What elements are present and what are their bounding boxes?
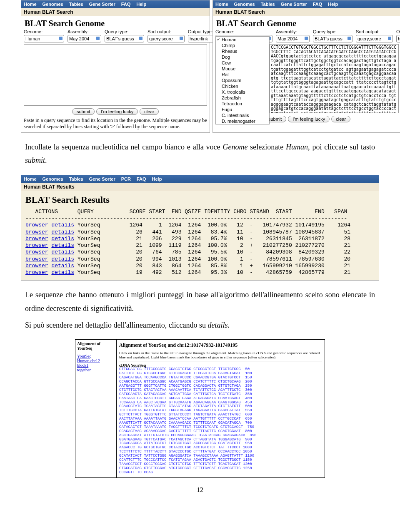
nav-pcr[interactable]: PCR [121, 177, 131, 181]
panel-title-2: BLAT Search Genome [213, 16, 400, 29]
details-link[interactable]: details [51, 242, 74, 249]
alignment-sidebar: Alignment of YourSeq YourSeqHuman.chr12b… [75, 340, 117, 477]
panel-subhead-2: Human BLAT Search [213, 8, 400, 16]
nav-bar: Home Genomes Tables Gene Sorter FAQ Help [21, 0, 210, 8]
assembly-select[interactable]: May 2004 [68, 35, 101, 42]
assembly-label-2: Assembly: [276, 29, 310, 34]
species-option[interactable]: Opossum [216, 77, 269, 83]
details-link[interactable]: details [51, 236, 74, 242]
alignment-link[interactable]: together [77, 368, 115, 372]
details-link[interactable]: details [51, 269, 74, 276]
sequence-textarea[interactable] [24, 44, 207, 106]
browser-link[interactable]: browser [25, 222, 48, 228]
blat-search-panel-right: Home Genomes Tables Gene Sorter FAQ Help… [212, 0, 400, 133]
output-select-2[interactable]: hyperlink [396, 35, 400, 42]
sort-select-2[interactable]: query,score [356, 35, 393, 42]
nav-faq[interactable]: FAQ [121, 2, 131, 7]
nav-home-3[interactable]: Home [24, 177, 37, 181]
details-link[interactable]: details [51, 256, 74, 262]
alignment-link[interactable]: block1 [77, 363, 115, 368]
nav-help-2[interactable]: Help [328, 2, 338, 7]
nav-tables-2[interactable]: Tables [261, 2, 275, 7]
species-option[interactable]: C. intestinalis [216, 112, 269, 118]
alignment-link[interactable]: YourSeq [77, 354, 115, 358]
browser-link[interactable]: browser [25, 249, 48, 255]
nav-tables[interactable]: Tables [69, 2, 83, 7]
lucky-button-2[interactable]: I'm feeling lucky [288, 116, 330, 122]
details-link[interactable]: details [51, 249, 74, 255]
genome-dropdown-menu[interactable]: HumanChimpRhesusDogCowMouseRatOpossumChi… [215, 36, 270, 124]
query-select-2[interactable]: BLAT's guess [313, 35, 352, 42]
browser-link[interactable]: browser [25, 236, 48, 242]
query-select[interactable]: BLAT's guess [105, 35, 144, 42]
nav-tables-3[interactable]: Tables [69, 177, 83, 181]
sequence-textarea-filled[interactable]: CCTCCGACCTGTGGCTGGCCTGCTTTCCTCTCGGGATTTC… [270, 44, 399, 113]
sort-label-2: Sort output: [356, 29, 393, 34]
browser-link[interactable]: browser [25, 263, 48, 269]
species-option[interactable]: Mouse [216, 66, 269, 72]
paragraph-2: Le sequenze che hanno ottenuto i miglior… [25, 288, 375, 315]
results-table: ACTIONS QUERY SCORE START END QSIZE IDEN… [21, 209, 379, 281]
nav-genomes-2[interactable]: Genomes [234, 2, 255, 7]
blat-results-panel: Home Genomes Tables Gene Sorter PCR FAQ … [21, 175, 379, 281]
assembly-select-2[interactable]: May 2004 [276, 35, 310, 42]
results-nav: Home Genomes Tables Gene Sorter PCR FAQ … [21, 175, 379, 183]
paragraph-3: Si può scendere nel dettaglio dell'allin… [25, 318, 375, 332]
genome-label: Genome: [24, 29, 64, 34]
results-title: BLAT Search Results [21, 191, 379, 209]
clear-button-2[interactable]: clear [331, 116, 350, 122]
nav-bar-2: Home Genomes Tables Gene Sorter FAQ Help [213, 0, 400, 8]
species-option[interactable]: Cow [216, 60, 269, 66]
species-option[interactable]: Rat [216, 72, 269, 77]
species-option[interactable]: Chicken [216, 83, 269, 89]
species-option[interactable]: Fugu [216, 107, 269, 112]
browser-link[interactable]: browser [25, 242, 48, 249]
nav-sorter-3[interactable]: Gene Sorter [89, 177, 115, 181]
species-option[interactable]: Dog [216, 54, 269, 60]
nav-genomes-3[interactable]: Genomes [42, 177, 63, 181]
blat-search-panel-left: Home Genomes Tables Gene Sorter FAQ Help… [21, 0, 210, 133]
nav-faq-3[interactable]: FAQ [137, 177, 146, 181]
alignment-note: Click on links in the frame to the left … [119, 351, 322, 359]
sort-label: Sort output: [148, 29, 185, 34]
browser-link[interactable]: browser [25, 269, 48, 276]
browser-link[interactable]: browser [25, 229, 48, 235]
nav-home[interactable]: Home [24, 2, 37, 7]
nav-sorter[interactable]: Gene Sorter [89, 2, 115, 7]
species-option[interactable]: X. tropicalis [216, 89, 269, 95]
genome-label-2: Genome: [215, 29, 272, 34]
nav-sorter-2[interactable]: Gene Sorter [281, 2, 307, 7]
alignment-heading: Alignment of YourSeq and chr12:101747932… [119, 342, 322, 348]
species-option[interactable]: Rhesus [216, 48, 269, 54]
details-link[interactable]: details [51, 229, 74, 235]
paragraph-1: Incollate la sequenza nucleotidica nel c… [25, 140, 375, 167]
nav-faq-2[interactable]: FAQ [313, 2, 322, 7]
alignment-link[interactable]: Human.chr12 [77, 358, 115, 363]
nav-help[interactable]: Help [136, 2, 146, 7]
assembly-label: Assembly: [68, 29, 101, 34]
nav-help-3[interactable]: Help [152, 177, 162, 181]
lucky-button[interactable]: I'm feeling lucky [96, 108, 138, 115]
query-label: Query type: [105, 29, 144, 34]
results-subhead: Human BLAT Results [21, 183, 379, 191]
browser-link[interactable]: browser [25, 256, 48, 262]
details-link[interactable]: details [51, 263, 74, 269]
panel-title: BLAT Search Genome [21, 16, 210, 29]
species-option[interactable]: Tetraodon [216, 101, 269, 107]
species-option[interactable]: D. melanogaster [216, 118, 269, 124]
page-number: 12 [21, 486, 379, 494]
genome-select[interactable]: Human [24, 35, 64, 42]
sort-select[interactable]: query,score [148, 35, 185, 42]
species-option[interactable]: Human [216, 37, 269, 42]
details-link[interactable]: details [51, 222, 74, 228]
clear-button[interactable]: clear [140, 108, 159, 115]
alignment-panel: Alignment of YourSeq YourSeqHuman.chr12b… [75, 339, 325, 477]
panel-subhead: Human BLAT Search [21, 8, 210, 16]
species-option[interactable]: Chimp [216, 42, 269, 48]
submit-button[interactable]: submit [72, 108, 95, 115]
query-label-2: Query type: [313, 29, 352, 34]
cdna-sequence: CTTGCACTGG TTTCCGCCTC CGACCTGTGG CTGGCCT… [119, 368, 322, 475]
species-option[interactable]: Zebrafish [216, 95, 269, 101]
nav-genomes[interactable]: Genomes [42, 2, 63, 7]
nav-home-2[interactable]: Home [215, 2, 228, 7]
